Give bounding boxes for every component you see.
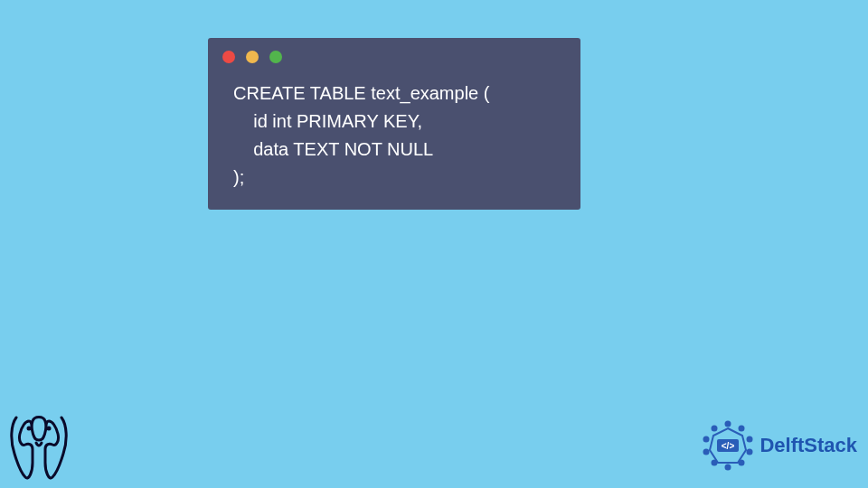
postgresql-logo-icon bbox=[5, 408, 72, 483]
svg-point-5 bbox=[747, 449, 753, 455]
svg-text:</>: </> bbox=[722, 441, 735, 451]
svg-point-11 bbox=[712, 426, 718, 432]
svg-point-0 bbox=[27, 427, 32, 431]
window-titlebar bbox=[208, 38, 580, 72]
maximize-icon bbox=[269, 51, 282, 63]
code-line: id int PRIMARY KEY, bbox=[233, 111, 422, 131]
code-line: data TEXT NOT NULL bbox=[233, 139, 433, 159]
svg-point-1 bbox=[47, 427, 52, 431]
delftstack-wordmark: DelftStack bbox=[760, 434, 857, 457]
svg-point-10 bbox=[703, 436, 710, 443]
minimize-icon bbox=[246, 51, 259, 63]
delftstack-logo: </> DelftStack bbox=[702, 419, 857, 472]
svg-point-4 bbox=[747, 436, 753, 443]
code-line: CREATE TABLE text_example ( bbox=[233, 83, 489, 103]
delftstack-badge-icon: </> bbox=[702, 419, 754, 472]
svg-point-7 bbox=[725, 465, 731, 471]
code-line: ); bbox=[233, 167, 244, 187]
svg-point-9 bbox=[703, 449, 710, 455]
close-icon bbox=[222, 51, 235, 63]
code-window: CREATE TABLE text_example ( id int PRIMA… bbox=[208, 38, 580, 210]
svg-point-2 bbox=[725, 421, 731, 427]
svg-point-3 bbox=[739, 426, 745, 432]
code-block: CREATE TABLE text_example ( id int PRIMA… bbox=[208, 72, 580, 192]
